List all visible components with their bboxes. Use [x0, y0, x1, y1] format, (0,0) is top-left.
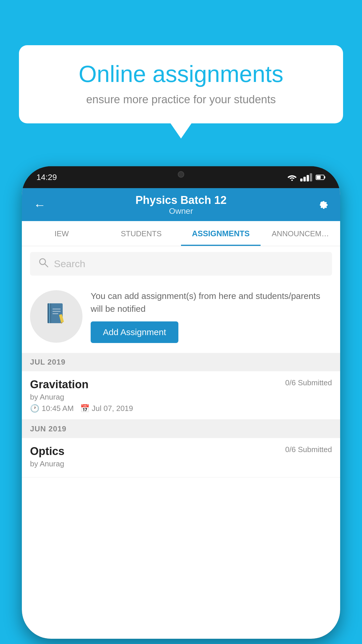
search-bar[interactable]: Search: [30, 252, 332, 276]
camera: [178, 171, 184, 178]
search-container: Search: [22, 246, 340, 281]
back-button[interactable]: ←: [34, 198, 46, 212]
search-input-placeholder: Search: [54, 258, 85, 270]
status-icons: [287, 173, 326, 181]
gear-icon: [316, 197, 328, 210]
assignment-item-gravitation[interactable]: Gravitation 0/6 Submitted by Anurag 🕐 10…: [22, 371, 340, 420]
assignment-by-optics: by Anurag: [30, 459, 332, 468]
info-card: You can add assignment(s) from here and …: [22, 281, 340, 353]
app-header: ← Physics Batch 12 Owner: [22, 188, 340, 221]
svg-rect-2: [317, 176, 321, 179]
svg-rect-11: [52, 313, 58, 314]
assignment-item-optics[interactable]: Optics 0/6 Submitted by Anurag: [22, 438, 340, 477]
assignment-submitted: 0/6 Submitted: [285, 378, 332, 387]
phone-notch: [149, 166, 213, 182]
assignment-submitted-optics: 0/6 Submitted: [285, 445, 332, 454]
phone-screen: ← Physics Batch 12 Owner IEW STUDENTS AS…: [22, 188, 340, 639]
svg-rect-10: [52, 311, 61, 312]
tab-students[interactable]: STUDENTS: [101, 221, 181, 246]
phone-frame: 14:29: [22, 166, 340, 639]
add-assignment-button[interactable]: Add Assignment: [91, 321, 178, 343]
svg-rect-9: [52, 309, 61, 309]
tab-announcements[interactable]: ANNOUNCEM…: [261, 221, 340, 246]
tab-bar: IEW STUDENTS ASSIGNMENTS ANNOUNCEM…: [22, 221, 340, 246]
assignment-meta: 🕐 10:45 AM 📅 Jul 07, 2019: [30, 404, 332, 413]
assignment-name-optics: Optics: [30, 445, 64, 458]
speech-bubble-container: Online assignments ensure more practice …: [19, 45, 343, 123]
assignment-by: by Anurag: [30, 393, 332, 402]
notebook-circle: [30, 290, 82, 343]
settings-button[interactable]: [316, 197, 328, 212]
info-text-column: You can add assignment(s) from here and …: [91, 290, 332, 343]
svg-rect-8: [49, 303, 50, 323]
status-bar: 14:29: [22, 166, 340, 188]
section-header-jul: JUL 2019: [22, 353, 340, 371]
calendar-icon: 📅: [80, 404, 89, 413]
search-icon: [38, 257, 49, 270]
header-center: Physics Batch 12 Owner: [136, 194, 227, 216]
assignment-top-row-2: Optics 0/6 Submitted: [30, 445, 332, 458]
svg-rect-3: [324, 176, 325, 178]
clock-icon: 🕐: [30, 404, 39, 413]
notebook-icon: [43, 300, 69, 332]
wifi-icon: [287, 174, 297, 181]
signal-icon: [300, 173, 312, 181]
svg-point-0: [291, 179, 293, 181]
battery-icon: [316, 174, 326, 180]
tab-assignments[interactable]: ASSIGNMENTS: [181, 221, 261, 246]
svg-line-5: [45, 264, 48, 267]
header-title: Physics Batch 12: [136, 194, 227, 206]
speech-bubble: Online assignments ensure more practice …: [19, 45, 343, 123]
meta-time: 🕐 10:45 AM: [30, 404, 74, 413]
section-header-jun: JUN 2019: [22, 420, 340, 438]
speech-bubble-title: Online assignments: [38, 61, 324, 87]
info-description: You can add assignment(s) from here and …: [91, 290, 332, 315]
assignment-name: Gravitation: [30, 378, 89, 391]
assignment-top-row: Gravitation 0/6 Submitted: [30, 378, 332, 391]
tab-iew[interactable]: IEW: [22, 221, 101, 246]
header-subtitle: Owner: [136, 206, 227, 216]
speech-bubble-subtitle: ensure more practice for your students: [38, 93, 324, 106]
status-time: 14:29: [36, 173, 57, 182]
meta-date: 📅 Jul 07, 2019: [80, 404, 133, 413]
